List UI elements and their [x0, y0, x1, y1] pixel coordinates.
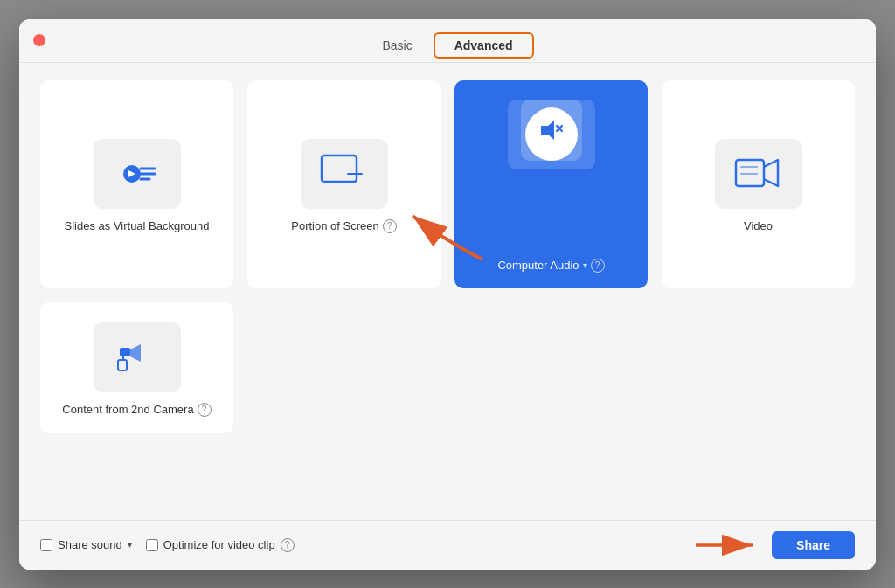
slides-icon [116, 153, 158, 195]
svg-rect-19 [120, 348, 130, 356]
card-audio[interactable]: Computer Audio ▾ ? [454, 80, 648, 288]
bottom-bar: Share sound ▾ Optimize for video clip ? [19, 520, 876, 570]
content-area: Slides as Virtual Background Portion of … [19, 63, 876, 520]
card-video[interactable]: Video [662, 80, 855, 288]
video-icon [732, 153, 785, 195]
audio-help-icon[interactable]: ? [591, 259, 605, 273]
card-slides[interactable]: Slides as Virtual Background [40, 80, 233, 288]
camera-icon [111, 336, 163, 379]
tab-group: Basic Advanced [361, 32, 533, 59]
audio-speaker-icon [539, 118, 564, 142]
optimize-checkbox-label[interactable]: Optimize for video clip ? [146, 538, 295, 552]
title-bar: Basic Advanced [19, 19, 876, 63]
camera-label: Content from 2nd Camera ? [62, 403, 211, 417]
video-icon-wrap [715, 139, 802, 209]
share-screen-dialog: Basic Advanced [19, 19, 876, 570]
card-portion[interactable]: Portion of Screen ? [247, 80, 441, 288]
share-sound-checkbox-label[interactable]: Share sound ▾ [40, 538, 132, 551]
card-grid-row1: Slides as Virtual Background Portion of … [40, 80, 855, 288]
svg-marker-13 [541, 121, 554, 140]
video-label: Video [744, 219, 773, 232]
tab-basic[interactable]: Basic [361, 33, 433, 58]
tab-advanced[interactable]: Advanced [434, 32, 534, 59]
camera-help-icon[interactable]: ? [198, 403, 212, 417]
card-camera[interactable]: Content from 2nd Camera ? [40, 302, 233, 433]
optimize-checkbox[interactable] [146, 539, 158, 551]
share-sound-dropdown[interactable]: ▾ [128, 540, 132, 550]
bottom-annotation-arrow [691, 532, 761, 558]
portion-label: Portion of Screen ? [291, 219, 396, 233]
share-sound-checkbox[interactable] [40, 539, 52, 551]
bottom-right: Share [691, 531, 855, 559]
audio-label: Computer Audio ▾ ? [497, 259, 604, 273]
share-button[interactable]: Share [772, 531, 855, 559]
optimize-help-icon[interactable]: ? [281, 538, 295, 552]
bottom-left: Share sound ▾ Optimize for video clip ? [40, 538, 295, 552]
portion-help-icon[interactable]: ? [383, 219, 397, 233]
portion-icon-wrap [301, 139, 388, 209]
camera-icon-wrap [94, 322, 181, 392]
slides-icon-wrap [94, 139, 181, 209]
card-grid-row2: Content from 2nd Camera ? [40, 302, 855, 433]
slides-label: Slides as Virtual Background [65, 219, 210, 232]
close-button[interactable] [33, 34, 45, 46]
portion-icon [318, 152, 371, 196]
svg-rect-20 [118, 360, 127, 370]
svg-rect-4 [322, 156, 357, 182]
